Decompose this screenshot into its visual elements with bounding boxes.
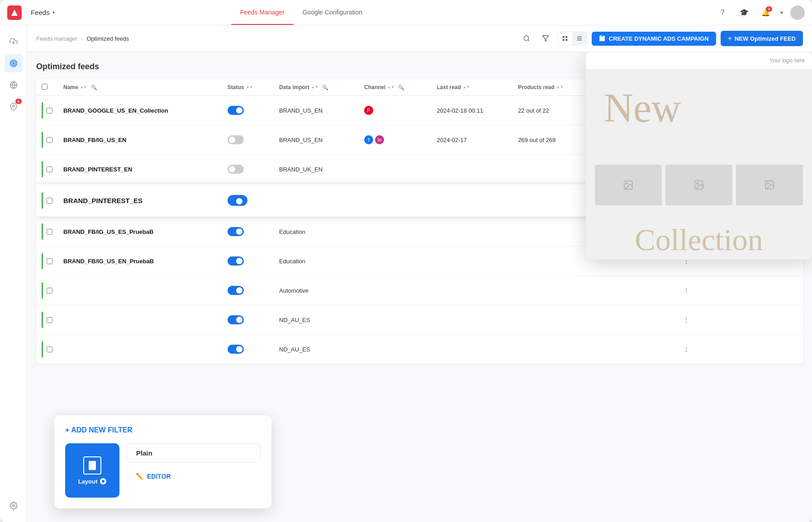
table-row: ND_AU_ES ⋮ (36, 335, 803, 364)
row-checkbox-cell (36, 184, 58, 217)
layout-icon (83, 456, 101, 475)
feed-name: BRAND_PINTEREST_EN (63, 166, 132, 173)
settings-icon[interactable] (5, 497, 23, 515)
more-icon[interactable]: ⋮ (680, 284, 693, 297)
row-checkbox[interactable] (47, 288, 52, 294)
last-read-sort-icon[interactable]: ▲▼ (463, 85, 470, 89)
pin-badge: 4 (15, 99, 22, 104)
row-checkbox-cell (36, 217, 58, 246)
status-toggle[interactable] (228, 135, 244, 144)
help-icon[interactable]: ? (715, 5, 730, 20)
grid-view-btn[interactable] (558, 32, 572, 45)
select-all-checkbox[interactable] (42, 84, 47, 90)
svg-point-3 (13, 63, 14, 64)
layout-filter-button[interactable]: Layout (65, 443, 119, 498)
select-all-header (36, 79, 58, 96)
chevron-down-icon: ▾ (52, 10, 55, 15)
more-icon[interactable]: ⋮ (680, 313, 693, 326)
feed-name: BRAND_GOOGLE_US_EN_Collection (63, 107, 168, 114)
filter-popup: + ADD NEW FILTER Layout Pl (54, 415, 271, 508)
graduation-cap-icon[interactable]: 🎓 (737, 5, 751, 20)
sidebar-item-targeting[interactable] (5, 54, 23, 72)
sidebar-item-upload[interactable] (5, 33, 23, 51)
status-toggle[interactable] (228, 195, 247, 206)
svg-rect-13 (563, 39, 565, 41)
breadcrumb-separator: › (81, 35, 83, 42)
row-checkbox[interactable] (47, 346, 52, 352)
row-checkbox[interactable] (47, 317, 52, 323)
status-toggle[interactable] (228, 256, 244, 266)
data-import-search-icon[interactable]: 🔍 (322, 85, 328, 90)
status-toggle[interactable] (228, 165, 244, 174)
search-icon[interactable] (519, 31, 534, 46)
notifications-icon[interactable]: 🔔 9 (759, 5, 773, 20)
status-toggle[interactable] (228, 345, 244, 354)
svg-rect-14 (565, 39, 567, 41)
name-search-icon[interactable]: 🔍 (91, 85, 97, 90)
pinterest-icon: P (364, 106, 373, 115)
preview-new-text: New (604, 88, 681, 128)
more-icon[interactable]: ⋮ (680, 343, 693, 356)
sidebar-item-globe[interactable] (5, 76, 23, 94)
status-toggle[interactable] (228, 315, 244, 324)
preview-collection-text: Collection (586, 224, 812, 255)
tab-feeds-manager[interactable]: Feeds Manager (231, 0, 294, 25)
row-checkbox[interactable] (47, 137, 52, 143)
plain-filter-button[interactable]: Plain (127, 443, 261, 463)
status-sort-icon[interactable]: ▲▼ (246, 85, 253, 89)
preview-image-2 (665, 165, 732, 205)
layout-label: Layout (78, 478, 107, 485)
table-title: Optimized feeds (36, 62, 99, 71)
breadcrumb-actions: CREATE DYNAMIC ADS CAMPAIGN + NEW Optimi… (519, 31, 803, 46)
create-campaign-button[interactable]: CREATE DYNAMIC ADS CAMPAIGN (592, 32, 716, 46)
view-toggle (557, 32, 587, 45)
preview-logo-row: Your logo here (586, 52, 812, 70)
row-products-read-cell: 22 out of 22 (513, 96, 593, 125)
svg-marker-10 (542, 36, 548, 41)
new-feed-button[interactable]: + NEW Optimized FEED (721, 31, 803, 46)
editor-filter-button[interactable]: ✏️ EDITOR (127, 468, 261, 484)
status-toggle[interactable] (228, 106, 244, 115)
tab-google-config[interactable]: Google Configuration (294, 0, 371, 25)
svg-rect-11 (563, 36, 565, 38)
list-view-btn[interactable] (572, 32, 587, 45)
status-column-header: Status ▲▼ (222, 79, 274, 96)
row-checkbox-cell (36, 276, 58, 305)
data-import-sort-icon[interactable]: ▲▼ (311, 85, 318, 89)
row-checkbox-cell (36, 155, 58, 184)
preview-main: New (586, 70, 812, 260)
filter-popup-title: + ADD NEW FILTER (65, 426, 261, 434)
table-container: Optimized feeds CLEAR 1 - 11 of 11 entri… (27, 52, 812, 522)
nav-icons: ? 🎓 🔔 9 ▾ (715, 5, 805, 20)
breadcrumb-current: Optimized feeds (86, 35, 129, 42)
feed-name: BRAND_FB/IG_US_EN (63, 137, 126, 143)
feed-name: BRAND_PINTEREST_ES (63, 197, 142, 204)
channel-search-icon[interactable]: 🔍 (398, 85, 404, 90)
products-sort-icon[interactable]: ▲▼ (556, 85, 564, 89)
feeds-dropdown[interactable]: Feeds ▾ (31, 9, 55, 16)
name-sort-icon[interactable]: ▲▼ (80, 85, 87, 89)
channel-sort-icon[interactable]: ▲▼ (387, 85, 394, 89)
notifications-badge: 9 (766, 6, 772, 12)
row-checkbox[interactable] (47, 258, 52, 264)
row-checkbox[interactable] (47, 229, 52, 235)
sidebar: 4 (0, 25, 27, 522)
nav-tabs: Feeds Manager Google Configuration (231, 0, 371, 25)
table-row: Automotive ⋮ (36, 276, 803, 305)
app-logo (7, 5, 22, 20)
account-chevron-icon[interactable]: ▾ (780, 9, 783, 16)
row-status-cell (222, 96, 274, 125)
status-toggle[interactable] (228, 227, 244, 236)
row-checkbox[interactable] (47, 108, 52, 114)
preview-logo-text: Your logo here (769, 57, 805, 64)
sidebar-item-pin[interactable]: 4 (5, 98, 23, 116)
filter-icon[interactable] (538, 31, 553, 46)
row-checkbox[interactable] (47, 198, 52, 204)
breadcrumb-parent[interactable]: Feeds manager (36, 35, 77, 42)
svg-rect-12 (565, 36, 567, 38)
user-avatar[interactable] (790, 5, 805, 20)
status-toggle[interactable] (228, 286, 244, 295)
feeds-dropdown-label: Feeds (31, 9, 50, 16)
svg-point-6 (12, 105, 14, 107)
row-checkbox[interactable] (47, 166, 52, 172)
